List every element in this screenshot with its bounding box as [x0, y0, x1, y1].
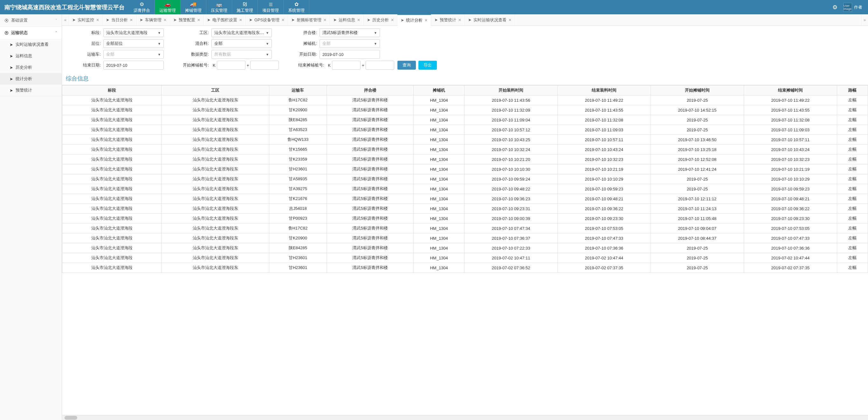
- close-icon[interactable]: ✕: [458, 18, 461, 22]
- table-row[interactable]: 汕头市汕北大道澄海段汕头市汕北大道澄海段东甘H23601渭武5标沥青拌和楼HM_…: [62, 263, 868, 273]
- table-cell: 2019-07-10 10:43:25: [465, 135, 558, 145]
- table-row[interactable]: 汕头市汕北大道澄海段汕头市汕北大道澄海段东鲁H17C82渭武5标沥青拌和楼HM_…: [62, 95, 868, 105]
- tab[interactable]: ➤历史分析✕: [364, 14, 397, 26]
- topnav-item[interactable]: ⚙沥青拌合: [129, 0, 155, 14]
- table-row[interactable]: 汕头市汕北大道澄海段汕头市汕北大道澄海段东甘K20900渭武5标沥青拌和楼HM_…: [62, 105, 868, 115]
- table-wrap[interactable]: 标段工区运输车拌合楼摊铺机开始装料时间结束装料时间开始摊铺时间结束摊铺时间路幅 …: [62, 85, 868, 415]
- avatar: User Image: [843, 3, 852, 12]
- select-input[interactable]: 全部▼: [319, 39, 380, 48]
- tab[interactable]: ➤实时监控✕: [69, 14, 103, 26]
- table-row[interactable]: 汕头市汕北大道澄海段汕头市汕北大道澄海段东甘A58935渭武5标沥青拌和楼HM_…: [62, 174, 868, 184]
- tab[interactable]: ➤电子围栏设置✕: [204, 14, 246, 26]
- user-box[interactable]: User Image 作者: [843, 3, 862, 12]
- sidebar-group-head[interactable]: ⦿基础设置˅: [0, 14, 62, 26]
- select-input[interactable]: 所有数据▼: [211, 50, 272, 59]
- table-row[interactable]: 汕头市汕北大道澄海段汕头市汕北大道澄海段东甘K21676渭武5标沥青拌和楼HM_…: [62, 194, 868, 204]
- table-cell: 2019-07-10 07:47:34: [465, 223, 558, 233]
- tab[interactable]: ➤车辆管理✕: [136, 14, 170, 26]
- close-icon[interactable]: ✕: [425, 18, 428, 23]
- tabs-scroll-right[interactable]: »: [861, 14, 868, 25]
- table-row[interactable]: 汕头市汕北大道澄海段汕头市汕北大道澄海段东甘K15665渭武5标沥青拌和楼HM_…: [62, 145, 868, 154]
- table-row[interactable]: 汕头市汕北大道澄海段汕头市汕北大道澄海段东陕E84285渭武5标沥青拌和楼HM_…: [62, 243, 868, 253]
- tab[interactable]: ➤射频标签管理✕: [288, 14, 330, 26]
- sidebar-group-head[interactable]: ⦿运输状态˄: [0, 27, 62, 39]
- tab[interactable]: ➤预警配置✕: [170, 14, 204, 26]
- scrollbar-thumb[interactable]: [65, 416, 77, 420]
- close-icon[interactable]: ✕: [281, 18, 285, 22]
- end-pile-m-input[interactable]: [366, 61, 394, 70]
- chevron-icon: ˄: [55, 31, 57, 35]
- end-date-input[interactable]: 2019-07-10: [103, 61, 164, 70]
- horizontal-scrollbar[interactable]: [62, 415, 868, 420]
- paper-plane-icon: ➤: [140, 18, 143, 22]
- table-cell: 渭武5标沥青拌和楼: [327, 154, 413, 164]
- tab[interactable]: ➤运料信息✕: [330, 14, 364, 26]
- table-row[interactable]: 汕头市汕北大道澄海段汕头市汕北大道澄海段东吉J54018渭武5标沥青拌和楼HM_…: [62, 204, 868, 214]
- close-icon[interactable]: ✕: [239, 18, 242, 22]
- query-button[interactable]: 查询: [397, 61, 416, 70]
- settings-icon[interactable]: ⚙: [832, 4, 837, 11]
- sidebar-item[interactable]: ➤实时运输状况查看: [0, 39, 62, 50]
- topnav-item[interactable]: 🚗运输管理: [155, 0, 181, 14]
- topnav-item[interactable]: ₪施工管理: [232, 0, 258, 14]
- tab[interactable]: ➤GPS设备管理✕: [246, 14, 288, 26]
- select-input[interactable]: 渭武5标沥青拌和楼▼: [319, 28, 380, 37]
- paper-plane-icon: ➤: [468, 18, 471, 22]
- start-pile-m-input[interactable]: [250, 61, 279, 70]
- end-pile-k-input[interactable]: [332, 61, 361, 70]
- sidebar-item[interactable]: ➤运料信息: [0, 50, 62, 62]
- close-icon[interactable]: ✕: [197, 18, 200, 22]
- table-cell: 2019-07-10 11:09:04: [465, 115, 558, 125]
- topnav-item[interactable]: ≣项目管理: [258, 0, 284, 14]
- table-cell: 汕头市汕北大道澄海段东: [161, 125, 269, 135]
- table-row[interactable]: 汕头市汕北大道澄海段汕头市汕北大道澄海段东鲁H17C82渭武5标沥青拌和楼HM_…: [62, 223, 868, 233]
- table-row[interactable]: 汕头市汕北大道澄海段汕头市汕北大道澄海段东鲁HQW133渭武5标沥青拌和楼HM_…: [62, 135, 868, 145]
- close-icon[interactable]: ✕: [163, 18, 166, 22]
- table-row[interactable]: 汕头市汕北大道澄海段汕头市汕北大道澄海段东甘A63523渭武5标沥青拌和楼HM_…: [62, 125, 868, 135]
- topnav-item[interactable]: ✿系统管理: [284, 0, 309, 14]
- sidebar-item[interactable]: ➤历史分析: [0, 62, 62, 73]
- export-button[interactable]: 导出: [418, 61, 437, 70]
- table-row[interactable]: 汕头市汕北大道澄海段汕头市汕北大道澄海段东甘P00923渭武5标沥青拌和楼HM_…: [62, 214, 868, 223]
- tabs-scroll-left[interactable]: «: [62, 14, 69, 25]
- sidebar-item-label: 运料信息: [16, 53, 32, 59]
- table-cell: 2019-07-25: [651, 115, 744, 125]
- table-row[interactable]: 汕头市汕北大道澄海段汕头市汕北大道澄海段东陕E84285渭武5标沥青拌和楼HM_…: [62, 115, 868, 125]
- table-cell: 2019-07-25: [651, 243, 744, 253]
- sidebar-item[interactable]: ➤统计分析: [0, 73, 62, 85]
- select-input[interactable]: 全部▼: [211, 39, 272, 48]
- tab[interactable]: ➤统计分析✕: [397, 14, 431, 26]
- table-row[interactable]: 汕头市汕北大道澄海段汕头市汕北大道澄海段东甘A39275渭武5标沥青拌和楼HM_…: [62, 184, 868, 194]
- select-input[interactable]: 汕头市汕北大道澄海段东里区▼: [211, 28, 272, 37]
- table-row[interactable]: 汕头市汕北大道澄海段汕头市汕北大道澄海段东甘H23601渭武5标沥青拌和楼HM_…: [62, 253, 868, 263]
- table-cell: 2019-07-10 11:49:22: [558, 95, 651, 105]
- close-icon[interactable]: ✕: [357, 18, 360, 22]
- select-input[interactable]: 汕头市汕北大道澄海段▼: [103, 28, 164, 37]
- close-icon[interactable]: ✕: [508, 18, 512, 22]
- close-icon[interactable]: ✕: [96, 18, 99, 22]
- table-cell: 甘A63523: [269, 125, 327, 135]
- tab-label: 预警配置: [179, 17, 195, 23]
- close-icon[interactable]: ✕: [130, 18, 133, 22]
- close-icon[interactable]: ✕: [323, 18, 327, 22]
- tab[interactable]: ➤预警统计✕: [431, 14, 465, 26]
- topnav-item[interactable]: 🚌压实管理: [206, 0, 232, 14]
- table-row[interactable]: 汕头市汕北大道澄海段汕头市汕北大道澄海段东甘K20900渭武5标沥青拌和楼HM_…: [62, 233, 868, 243]
- filter-label: 数据类型:: [173, 52, 211, 57]
- close-icon[interactable]: ✕: [391, 18, 394, 22]
- tab[interactable]: ➤当日分析✕: [103, 14, 136, 26]
- table-cell: 2019-07-10 11:05:48: [651, 214, 744, 223]
- topnav-item[interactable]: 🚚摊铺管理: [181, 0, 206, 14]
- table-cell: 2019-07-10 09:59:23: [558, 184, 651, 194]
- filter-label: 开始日期:: [281, 52, 319, 57]
- table-row[interactable]: 汕头市汕北大道澄海段汕头市汕北大道澄海段东甘K23359渭武5标沥青拌和楼HM_…: [62, 154, 868, 164]
- date-input[interactable]: 2019-07-10: [319, 50, 380, 59]
- start-pile-k-input[interactable]: [217, 61, 245, 70]
- table-cell: 汕头市汕北大道澄海段东: [161, 95, 269, 105]
- sidebar-item[interactable]: ➤预警统计: [0, 85, 62, 96]
- select-input[interactable]: 全部▼: [103, 50, 164, 59]
- tab[interactable]: ➤实时运输状况查看✕: [465, 14, 515, 26]
- table-cell: HM_1304: [414, 145, 465, 154]
- select-input[interactable]: 全部层位▼: [103, 39, 164, 48]
- table-row[interactable]: 汕头市汕北大道澄海段汕头市汕北大道澄海段东甘H23601渭武5标沥青拌和楼HM_…: [62, 164, 868, 174]
